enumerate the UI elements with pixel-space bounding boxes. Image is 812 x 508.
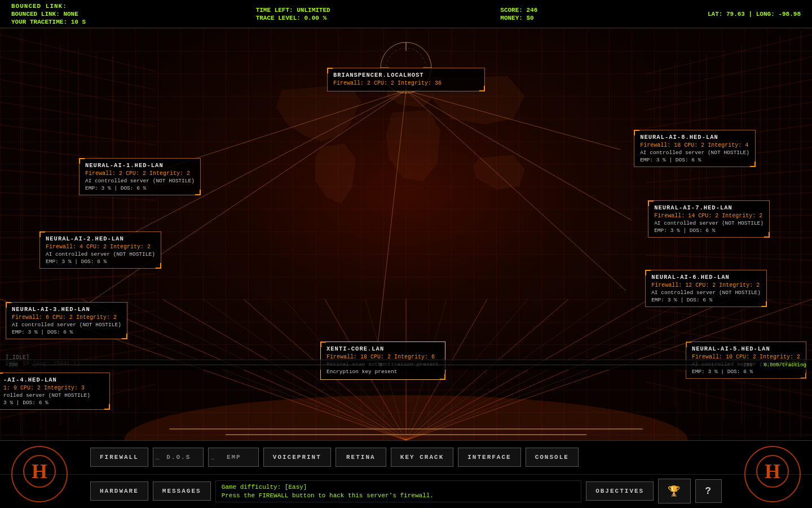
svg-text:H: H	[32, 460, 47, 483]
time-left: TIME LEFT: UNLIMITED	[256, 7, 330, 14]
messages-button[interactable]: MESSAGES	[153, 481, 211, 501]
node-ai8-desc: AI controlled server (NOT HOSTILE)	[640, 150, 749, 156]
node-ai8-firewall: Firewall: 18 CPU: 2 Integrity: 4	[640, 142, 749, 148]
node-ai6-title: NEURAL-AI-6.HED-LAN	[651, 274, 761, 281]
score: SCORE: 246	[500, 7, 537, 14]
node-ai7-desc: AI controlled server (NOT HOSTILE)	[654, 220, 764, 226]
node-ai3-emp: EMP: 3 % | DOS: 6 %	[12, 329, 121, 335]
tracking-bar: -200 0 200 0.000/tracking	[0, 360, 812, 370]
tracking-label: 0.000/tracking	[764, 362, 806, 368]
toolbar-bottom-row: HARDWARE MESSAGES Game difficulty: [Easy…	[0, 475, 812, 509]
node-ai1-emp: EMP: 3 % | DOS: 6 %	[85, 185, 195, 191]
bounced-link-group: BOUNCED LINK: BOUNCED LINK: BOUNCED LINK…	[11, 3, 86, 25]
node-ai4-emp: 3 % | DOS: 6 %	[3, 400, 104, 406]
trace-level: TRACE LEVEL: 0.00 %	[256, 15, 330, 21]
scale-neg200: -200	[6, 362, 18, 368]
node-ai8-emp: EMP: 3 % | DOS: 6 %	[640, 157, 749, 163]
bounced-link-value: BOUNCED LINK: BOUNCED LINK: NONE	[11, 11, 86, 17]
svg-text:H: H	[765, 460, 780, 483]
score-group: SCORE: 246 MONEY: $0	[500, 7, 537, 21]
firewall-button[interactable]: FIREWALL	[90, 448, 148, 467]
hardware-button[interactable]: HARDWARE	[90, 481, 148, 501]
node-neural-ai-1[interactable]: NEURAL-AI-1.HED-LAN Firewall: 2 CPU: 2 I…	[79, 158, 201, 195]
node-ai5-title: NEURAL-AI-5.HED-LAN	[692, 345, 800, 352]
node-ai2-emp: EMP: 3 % | DOS: 6 %	[46, 259, 155, 265]
node-ai7-firewall: Firewall: 14 CPU: 2 Integrity: 2	[654, 213, 764, 219]
node-ai6-firewall: Firewall: 12 CPU: 2 Integrity: 2	[651, 282, 761, 288]
scale-200: 200	[743, 362, 752, 368]
bounced-link-label: BOUNCED LINK:	[11, 3, 86, 10]
logo-right-icon: H	[756, 454, 789, 494]
svg-point-23	[124, 395, 688, 440]
center-node-box[interactable]: BRIANSPENCER.LOCALHOST Firewall: 2 CPU: …	[327, 68, 485, 91]
node-ai1-firewall: Firewall: 2 CPU: 2 Integrity: 2	[85, 170, 195, 177]
time-group: TIME LEFT: UNLIMITED TRACE LEVEL: 0.00 %	[256, 7, 330, 21]
node-ai3-desc: AI controlled server (NOT HOSTILE)	[12, 322, 121, 328]
node-ai7-emp: EMP: 3 % | DOS: 6 %	[654, 227, 764, 234]
logo-left-icon: H	[23, 454, 56, 494]
tracetime-value: YOUR TRACETIME: 10 S	[11, 19, 86, 25]
top-hud: BOUNCED LINK: BOUNCED LINK: BOUNCED LINK…	[0, 0, 812, 28]
help-button[interactable]: ?	[695, 479, 722, 503]
scale-0: 0	[379, 362, 382, 368]
money: MONEY: $0	[500, 15, 537, 21]
coordinates: LAT: 79.63 | LONG: -98.98	[708, 11, 801, 17]
node-ai7-title: NEURAL-AI-7.HED-LAN	[654, 204, 764, 211]
bottom-toolbar: H H FIREWALL D.O.S EMP VOICEPRINT RETINA…	[0, 440, 812, 508]
trophy-button[interactable]: 🏆	[658, 479, 691, 503]
toolbar-top-row: FIREWALL D.O.S EMP VOICEPRINT RETINA KEY…	[0, 441, 812, 475]
game-msg-line1: Game difficulty: [Easy]	[222, 484, 576, 491]
game-message-area: Game difficulty: [Easy] Press the FIREWA…	[215, 480, 582, 502]
logo-left: H	[11, 446, 68, 502]
xenti-title: XENTI-CORE.LAN	[326, 345, 439, 352]
console-button[interactable]: CONSOLE	[526, 448, 579, 467]
center-node-title: BRIANSPENCER.LOCALHOST	[333, 72, 479, 78]
node-ai3-title: NEURAL-AI-3.HED-LAN	[12, 306, 121, 313]
emp-button[interactable]: EMP	[208, 448, 259, 467]
node-ai6-desc: AI controlled server (NOT HOSTILE)	[651, 290, 761, 296]
node-ai2-firewall: Firewall: 4 CPU: 2 Integrity: 2	[46, 244, 155, 250]
logo-right: H	[744, 446, 801, 502]
game-area: BRIANSPENCER.LOCALHOST Firewall: 2 CPU: …	[0, 28, 812, 440]
game-msg-line2: Press the FIREWALL button to hack this s…	[222, 492, 576, 499]
node-ai4-desc: rolled server (NOT HOSTILE)	[3, 392, 104, 398]
node-neural-ai-6[interactable]: NEURAL-AI-6.HED-LAN Firewall: 12 CPU: 2 …	[645, 270, 767, 307]
node-ai3-firewall: Firewall: 6 CPU: 2 Integrity: 2	[12, 314, 121, 321]
voiceprint-button[interactable]: VOICEPRINT	[263, 448, 331, 467]
retina-button[interactable]: RETINA	[336, 448, 386, 467]
node-neural-ai-4[interactable]: -AI-4.HED-LAN 1: 9 CPU: 2 Integrity: 3 r…	[0, 373, 110, 410]
node-ai4-title: -AI-4.HED-LAN	[3, 376, 104, 383]
node-ai1-desc: AI controlled server (NOT HOSTILE)	[85, 178, 195, 184]
node-ai8-title: NEURAL-AI-8.HED-LAN	[640, 134, 749, 141]
objectives-button[interactable]: OBJECTIVES	[586, 481, 654, 501]
node-neural-ai-7[interactable]: NEURAL-AI-7.HED-LAN Firewall: 14 CPU: 2 …	[648, 200, 770, 238]
center-node-firewall: Firewall: 2 CPU: 2 Integrity: 36	[333, 80, 479, 86]
node-ai4-firewall: 1: 9 CPU: 2 Integrity: 3	[3, 385, 104, 391]
node-neural-ai-8[interactable]: NEURAL-AI-8.HED-LAN Firewall: 18 CPU: 2 …	[634, 130, 756, 167]
node-neural-ai-3[interactable]: NEURAL-AI-3.HED-LAN Firewall: 6 CPU: 2 I…	[6, 302, 127, 339]
interface-button[interactable]: INTERFACE	[458, 448, 520, 467]
node-ai2-title: NEURAL-AI-2.HED-LAN	[46, 235, 155, 242]
node-ai1-title: NEURAL-AI-1.HED-LAN	[85, 162, 195, 169]
node-neural-ai-2[interactable]: NEURAL-AI-2.HED-LAN Firewall: 4 CPU: 2 I…	[39, 231, 161, 269]
coords-group: LAT: 79.63 | LONG: -98.98	[708, 11, 801, 17]
dos-button[interactable]: D.O.S	[153, 448, 204, 467]
keycrack-button[interactable]: KEY CRACK	[391, 448, 453, 467]
node-ai6-emp: EMP: 3 % | DOS: 6 %	[651, 297, 761, 303]
node-ai2-desc: AI controlled server (NOT HOSTILE)	[46, 251, 155, 257]
